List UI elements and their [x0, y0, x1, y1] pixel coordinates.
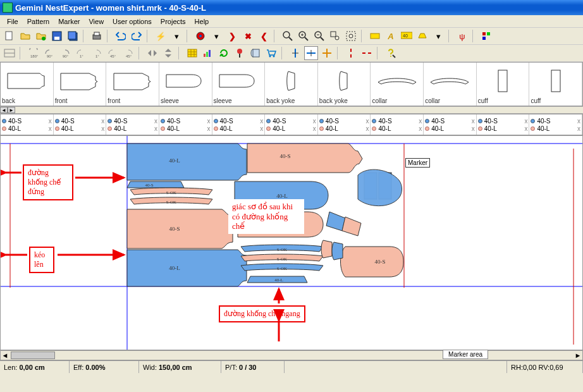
separator — [138, 47, 142, 59]
separator — [361, 30, 365, 42]
bolt-icon[interactable]: ⚡ — [154, 29, 168, 43]
align-h-icon[interactable] — [304, 46, 318, 60]
piece-sleeve2[interactable]: sleeve — [212, 63, 266, 106]
horizontal-scrollbar[interactable]: ◄ ► — [0, 350, 583, 360]
svg-text:180°: 180° — [30, 54, 39, 58]
svg-point-1 — [42, 37, 46, 40]
svg-rect-5 — [68, 32, 76, 39]
menu-pattern[interactable]: Pattern — [23, 16, 54, 27]
close-icon[interactable]: ✖ — [241, 29, 255, 43]
zoom-fit-icon[interactable] — [281, 29, 295, 43]
tool-icon[interactable]: ψ — [455, 29, 469, 43]
flip-v-icon[interactable] — [161, 46, 175, 60]
dropdown-icon[interactable]: ▾ — [169, 29, 183, 43]
size-cell[interactable]: 40-Sx40-Lx — [477, 114, 530, 135]
menu-marker[interactable]: Marker — [54, 16, 84, 27]
collapse-left-icon[interactable]: ❯ — [225, 29, 239, 43]
properties-icon[interactable] — [479, 29, 493, 43]
piece-cuff2[interactable]: cuff — [529, 63, 582, 106]
dropdown2-icon[interactable]: ▾ — [209, 29, 223, 43]
menu-file[interactable]: File — [3, 16, 23, 27]
dropdown3-icon[interactable]: ▾ — [431, 29, 445, 43]
size-cell[interactable]: 40-Sx40-Lx — [265, 114, 318, 135]
svg-rect-49 — [253, 49, 259, 57]
sizes-strip: /*generated below via template repetitio… — [0, 114, 583, 135]
piece-cuff[interactable]: cuff — [477, 63, 530, 106]
menu-view[interactable]: View — [84, 16, 108, 27]
graph-icon[interactable] — [201, 46, 215, 60]
text-icon[interactable]: A — [384, 29, 398, 43]
rotate-45r-icon[interactable]: 45° — [121, 46, 135, 60]
open2-button[interactable] — [34, 29, 48, 43]
marker-canvas[interactable]: 40-L 40-S 40-S S-OK S-OK 40-S 40-L 40-L — [0, 135, 583, 350]
rotate-1l-icon[interactable]: 1° — [74, 46, 88, 60]
svg-rect-43 — [204, 54, 206, 57]
label-icon[interactable] — [368, 29, 382, 43]
zoom-extent-icon[interactable] — [344, 29, 358, 43]
print-button[interactable] — [90, 29, 104, 43]
piece-front[interactable]: front — [54, 63, 107, 106]
status-bar: Len:0,00 cm Eff:0.00% Wid:150,00 cm P/T:… — [0, 360, 583, 373]
piece-back[interactable]: back — [1, 63, 54, 106]
size-cell[interactable]: 40-Sx40-Lx — [1, 114, 54, 135]
pin-icon[interactable] — [233, 46, 247, 60]
collapse-right-icon[interactable]: ❮ — [257, 29, 271, 43]
rotate-90r-icon[interactable]: 90° — [58, 46, 72, 60]
svg-line-63 — [393, 55, 395, 58]
zoom-window-icon[interactable] — [328, 29, 342, 43]
rotate-1r-icon[interactable]: 1° — [90, 46, 104, 60]
svg-rect-21 — [347, 32, 355, 40]
new-button[interactable] — [3, 29, 16, 43]
refresh-icon[interactable] — [217, 46, 231, 60]
undo-button[interactable] — [114, 29, 128, 43]
piece-collar[interactable]: collar — [371, 63, 424, 106]
gap-h-icon[interactable] — [360, 46, 374, 60]
pieces-scrollbar[interactable]: ◄► — [0, 106, 583, 114]
svg-rect-19 — [331, 32, 336, 37]
rotate-45l-icon[interactable]: 45° — [106, 46, 120, 60]
grid-icon[interactable] — [185, 46, 199, 60]
svg-point-51 — [273, 56, 275, 58]
size-cell[interactable]: 40-Sx40-Lx — [54, 114, 107, 135]
align-v-icon[interactable] — [288, 46, 302, 60]
size-cell[interactable]: 40-Sx40-Lx — [318, 114, 371, 135]
zoom-in-icon[interactable] — [297, 29, 310, 43]
rotate-180-icon[interactable]: 180° — [27, 46, 40, 60]
piece-collar2[interactable]: collar — [424, 63, 477, 106]
help-icon[interactable] — [384, 46, 398, 60]
piece-backyoke2[interactable]: back yoke — [318, 63, 371, 106]
size-label-icon[interactable]: 40 — [400, 29, 414, 43]
size-cell[interactable]: 40-Sx40-Lx — [371, 114, 424, 135]
piece-sleeve[interactable]: sleeve — [159, 63, 212, 106]
align-both-icon[interactable] — [320, 46, 334, 60]
separator — [274, 30, 278, 42]
svg-text:90°: 90° — [63, 54, 69, 58]
cart-icon[interactable] — [264, 46, 278, 60]
gap-v-icon[interactable] — [344, 46, 358, 60]
svg-line-15 — [305, 37, 308, 40]
menu-help[interactable]: Help — [190, 16, 214, 27]
marker-area-tab[interactable]: Marker area — [443, 350, 488, 359]
flip-h-icon[interactable] — [145, 46, 159, 60]
size-cell[interactable]: 40-Sx40-Lx — [159, 114, 212, 135]
separator — [147, 30, 150, 42]
layout-icon[interactable] — [3, 46, 16, 60]
menu-projects[interactable]: Projects — [156, 16, 190, 27]
svg-rect-23 — [371, 34, 379, 39]
roll-icon[interactable] — [249, 46, 262, 60]
rotate-90l-icon[interactable]: 90° — [42, 46, 56, 60]
open-button[interactable] — [18, 29, 32, 43]
size-cell[interactable]: 40-Sx40-Lx — [424, 114, 477, 135]
record-icon[interactable] — [193, 29, 207, 43]
piece-front2[interactable]: front — [106, 63, 159, 106]
size-cell[interactable]: 40-Sx40-Lx — [529, 114, 582, 135]
size-cell[interactable]: 40-Sx40-Lx — [106, 114, 159, 135]
save-button[interactable] — [50, 29, 64, 43]
menu-user-options[interactable]: User options — [108, 16, 156, 27]
size-cell[interactable]: 40-Sx40-Lx — [212, 114, 266, 135]
iron-icon[interactable] — [415, 29, 429, 43]
zoom-out-icon[interactable] — [312, 29, 326, 43]
piece-backyoke[interactable]: back yoke — [265, 63, 318, 106]
redo-button[interactable] — [130, 29, 144, 43]
save-all-button[interactable] — [66, 29, 80, 43]
